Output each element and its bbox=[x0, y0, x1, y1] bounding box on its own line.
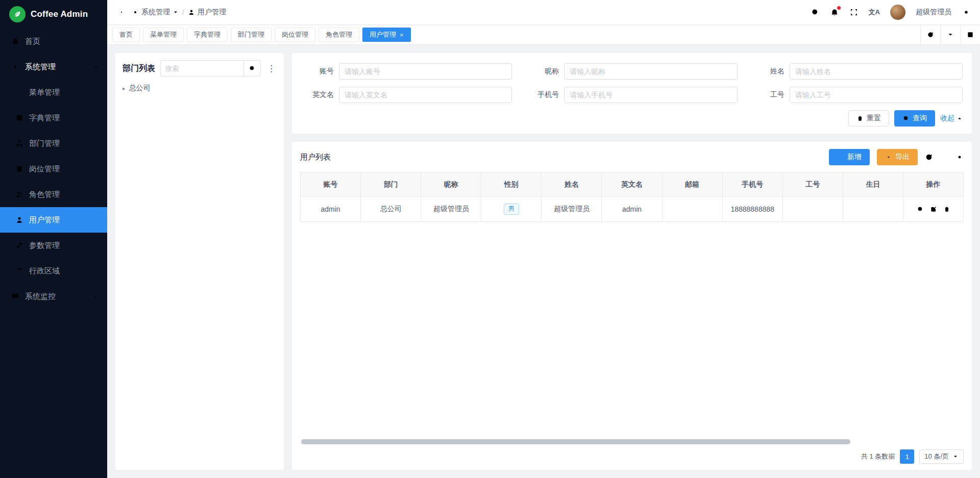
sidebar-item-region-management[interactable]: 行政区域 bbox=[0, 258, 107, 284]
page-size-select[interactable]: 10 条/页 bbox=[919, 449, 964, 464]
tab-dept-management[interactable]: 部门管理 bbox=[231, 28, 272, 42]
avatar[interactable] bbox=[890, 5, 905, 20]
refresh-icon[interactable] bbox=[920, 25, 940, 44]
field-english-name: 英文名 bbox=[301, 87, 512, 103]
column-header-dept: 部门 bbox=[361, 172, 421, 197]
field-name: 姓名 bbox=[752, 63, 963, 80]
sidebar-item-label: 用户管理 bbox=[29, 215, 60, 225]
add-user-button[interactable]: 新增 bbox=[829, 149, 870, 165]
sidebar-item-label: 系统管理 bbox=[25, 62, 56, 72]
row-height-icon[interactable] bbox=[940, 153, 948, 161]
account-label: 账号 bbox=[301, 67, 334, 76]
english-name-input[interactable] bbox=[339, 87, 512, 103]
sidebar-item-home[interactable]: 首页 bbox=[0, 29, 107, 54]
sidebar-item-system-management[interactable]: 系统管理 bbox=[0, 54, 107, 80]
expand-icon[interactable] bbox=[960, 25, 980, 44]
settings-gear-icon[interactable] bbox=[962, 8, 971, 17]
gear-icon bbox=[132, 9, 139, 16]
table-row[interactable]: admin 总公司 超级管理员 男 超级管理员 admin 1888888888… bbox=[301, 197, 964, 222]
tab-menu-management[interactable]: 菜单管理 bbox=[143, 28, 184, 42]
notification-bell-icon[interactable] bbox=[830, 8, 839, 17]
translate-icon[interactable]: 文A bbox=[869, 8, 880, 17]
chevron-down-icon[interactable] bbox=[940, 25, 960, 44]
reset-button[interactable]: 重置 bbox=[848, 110, 889, 127]
delete-icon[interactable] bbox=[943, 206, 950, 213]
sidebar-item-label: 行政区域 bbox=[29, 266, 60, 276]
tab-role-management[interactable]: 角色管理 bbox=[318, 28, 359, 42]
refresh-icon[interactable] bbox=[925, 153, 933, 161]
tab-post-management[interactable]: 岗位管理 bbox=[275, 28, 315, 42]
edit-icon[interactable] bbox=[930, 206, 937, 213]
cell-gender: 男 bbox=[481, 197, 542, 222]
department-search-input[interactable] bbox=[160, 60, 243, 77]
sidebar-item-role-management[interactable]: 角色管理 bbox=[0, 182, 107, 207]
cell-actions bbox=[903, 197, 964, 222]
table-empty-space bbox=[300, 222, 964, 436]
badge-icon bbox=[15, 165, 23, 173]
export-button[interactable]: 导出 bbox=[877, 149, 918, 165]
cell-account: admin bbox=[301, 197, 361, 222]
sidebar-item-label: 部门管理 bbox=[29, 139, 60, 148]
column-header-birthday: 生日 bbox=[843, 172, 903, 197]
column-header-phone: 手机号 bbox=[722, 172, 782, 197]
logo-leaf-icon bbox=[9, 6, 26, 22]
more-options-icon[interactable]: ⋮ bbox=[266, 64, 277, 73]
field-work-id: 工号 bbox=[752, 87, 963, 103]
chevron-up-icon bbox=[957, 115, 963, 121]
sidebar-item-param-management[interactable]: 参数管理 bbox=[0, 233, 107, 258]
tab-label: 首页 bbox=[119, 30, 133, 39]
work-id-input[interactable] bbox=[790, 87, 963, 103]
close-icon[interactable]: × bbox=[400, 32, 404, 38]
tab-user-management[interactable]: 用户管理 × bbox=[362, 28, 411, 42]
cell-phone: 18888888888 bbox=[722, 197, 782, 222]
department-search-group bbox=[160, 60, 261, 77]
dictionary-icon bbox=[15, 114, 23, 122]
sidebar-item-label: 系统监控 bbox=[25, 292, 56, 301]
tree-caret-icon[interactable]: ▸ bbox=[122, 86, 126, 91]
search-button-label: 查询 bbox=[913, 114, 927, 123]
app-root: Coffee Admin 首页 系统管理 菜单管理 字典管理 bbox=[0, 0, 980, 478]
gear-icon bbox=[11, 63, 19, 71]
department-panel-title: 部门列表 bbox=[122, 63, 155, 74]
pagination-total: 共 1 条数据 bbox=[861, 452, 895, 461]
name-input[interactable] bbox=[790, 63, 963, 80]
tree-node-label: 总公司 bbox=[129, 84, 151, 93]
sidebar-item-dept-management[interactable]: 部门管理 bbox=[0, 131, 107, 156]
main-area: 系统管理 / 用户管理 文A bbox=[107, 0, 980, 478]
search-button[interactable]: 查询 bbox=[894, 110, 935, 127]
breadcrumb-item-system[interactable]: 系统管理 bbox=[132, 8, 179, 17]
tree-node-head-office[interactable]: ▸ 总公司 bbox=[122, 84, 277, 93]
view-detail-icon[interactable] bbox=[917, 206, 924, 213]
phone-input[interactable] bbox=[564, 87, 737, 103]
sidebar-item-user-management[interactable]: 用户管理 bbox=[0, 207, 107, 233]
collapse-filters-link[interactable]: 收起 bbox=[940, 114, 963, 123]
sidebar-item-label: 参数管理 bbox=[29, 241, 60, 250]
column-settings-gear-icon[interactable] bbox=[955, 153, 964, 161]
account-input[interactable] bbox=[339, 63, 512, 80]
horizontal-scrollbar[interactable] bbox=[301, 439, 963, 444]
sidebar-item-system-monitor[interactable]: 系统监控 bbox=[0, 284, 107, 309]
sidebar-item-dict-management[interactable]: 字典管理 bbox=[0, 105, 107, 131]
plus-icon bbox=[837, 154, 844, 161]
tab-home[interactable]: 首页 bbox=[112, 28, 140, 42]
fullscreen-icon[interactable] bbox=[849, 8, 859, 17]
department-search-button[interactable] bbox=[243, 60, 261, 77]
chevron-down-icon bbox=[952, 454, 959, 460]
collapse-link-label: 收起 bbox=[940, 114, 954, 123]
search-icon[interactable] bbox=[811, 8, 820, 17]
tab-dict-management[interactable]: 字典管理 bbox=[187, 28, 228, 42]
sidebar-item-post-management[interactable]: 岗位管理 bbox=[0, 156, 107, 182]
gender-tag: 男 bbox=[504, 204, 519, 215]
top-bar: 系统管理 / 用户管理 文A bbox=[107, 0, 980, 24]
users-icon bbox=[15, 190, 23, 198]
column-header-name: 姓名 bbox=[542, 172, 602, 197]
sidebar-item-label: 首页 bbox=[25, 37, 40, 46]
app-title: Coffee Admin bbox=[31, 9, 88, 19]
sidebar-collapse-icon[interactable] bbox=[114, 8, 124, 17]
sidebar-item-menu-management[interactable]: 菜单管理 bbox=[0, 80, 107, 105]
page-number-button[interactable]: 1 bbox=[900, 449, 914, 464]
org-chart-icon bbox=[15, 139, 23, 147]
scrollbar-thumb[interactable] bbox=[301, 439, 850, 444]
nickname-label: 昵称 bbox=[526, 67, 559, 76]
nickname-input[interactable] bbox=[564, 63, 737, 80]
